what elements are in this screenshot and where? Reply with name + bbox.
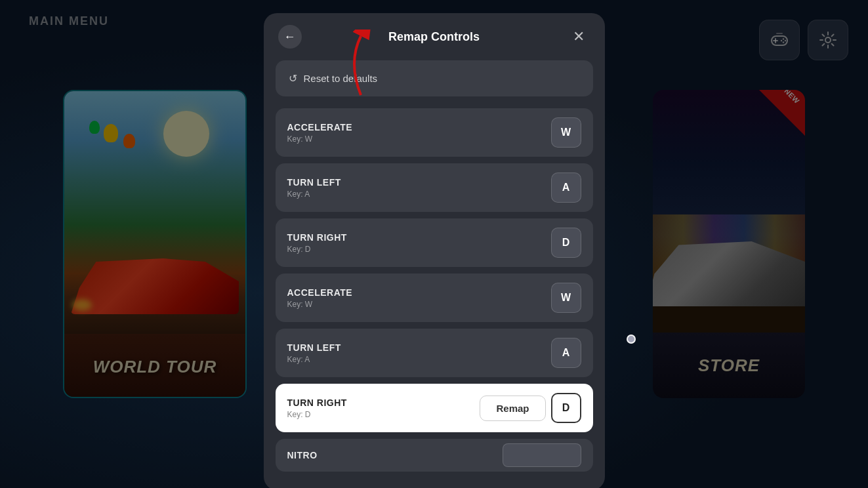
control-info-accelerate-2: ACCELERATE Key: W [287,287,353,309]
control-key-label-accelerate-2: Key: W [287,300,353,309]
control-name-turn-right-1: TURN RIGHT [287,232,347,243]
modal-body: ↺ Reset to defaults ACCELERATE [264,60,605,488]
close-icon: ✕ [573,28,585,45]
control-row-accelerate-2[interactable]: ACCELERATE Key: W W [276,274,593,322]
control-row-turn-left-2[interactable]: TURN LEFT Key: A A [276,329,593,377]
modal-overlay: ← Remap Controls ✕ ↺ Reset to defaults [0,0,868,488]
control-name-turn-left-1: TURN LEFT [287,177,341,188]
remap-controls-modal: ← Remap Controls ✕ ↺ Reset to defaults [264,13,605,488]
control-key-label-accelerate-1: Key: W [287,134,353,144]
control-row-turn-right-active[interactable]: TURN RIGHT Key: D Remap D [276,384,593,432]
modal-title: Remap Controls [388,30,480,44]
remap-button[interactable]: Remap [480,396,545,421]
control-info-accelerate-1: ACCELERATE Key: W [287,122,353,144]
remap-area: Remap D [480,393,581,423]
control-info-turn-left-1: TURN LEFT Key: A [287,177,341,199]
control-row-nitro[interactable]: NITRO [276,439,593,472]
control-key-label-turn-right-1: Key: D [287,245,347,254]
reset-defaults-button[interactable]: ↺ Reset to defaults [276,60,593,96]
key-button-w-1[interactable]: W [551,117,581,148]
key-button-d-1[interactable]: D [551,228,581,258]
control-name-accelerate-1: ACCELERATE [287,122,353,132]
control-row-turn-right-1[interactable]: TURN RIGHT Key: D D [276,218,593,267]
control-info-turn-left-2: TURN LEFT Key: A [287,342,341,364]
control-name-turn-left-2: TURN LEFT [287,342,341,353]
control-key-label-turn-left-2: Key: A [287,355,341,364]
control-info-turn-right-1: TURN RIGHT Key: D [287,232,347,254]
control-row-accelerate-1[interactable]: ACCELERATE Key: W W [276,108,593,157]
control-key-label-turn-left-1: Key: A [287,190,341,199]
key-button-w-2[interactable]: W [551,283,581,313]
control-name-turn-right-active: TURN RIGHT [287,397,347,408]
key-button-a-2[interactable]: A [551,338,581,368]
control-key-label-turn-right-active: Key: D [287,410,347,419]
nitro-key-area [503,443,581,467]
reset-icon: ↺ [289,72,297,85]
control-row-turn-left-1[interactable]: TURN LEFT Key: A A [276,163,593,212]
reset-defaults-label: Reset to defaults [304,73,378,84]
control-name-nitro: NITRO [287,450,318,460]
key-button-d-active[interactable]: D [551,393,581,423]
control-name-accelerate-2: ACCELERATE [287,287,353,298]
key-button-a-1[interactable]: A [551,173,581,203]
control-info-turn-right-active: TURN RIGHT Key: D [287,397,347,419]
back-arrow-icon: ← [284,30,296,44]
modal-close-button[interactable]: ✕ [567,25,590,49]
modal-header: ← Remap Controls ✕ [264,13,605,60]
modal-back-button[interactable]: ← [278,25,302,49]
